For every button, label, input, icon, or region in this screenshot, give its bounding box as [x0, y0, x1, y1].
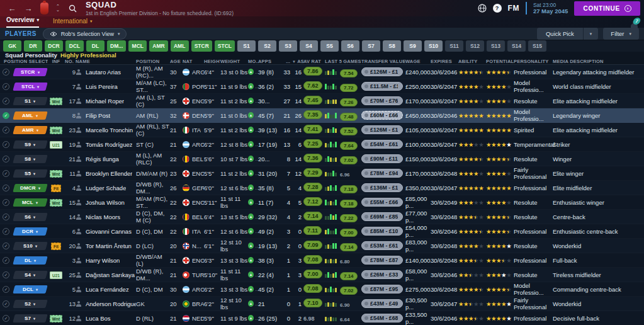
col-personality[interactable]: PERSONALITY — [514, 59, 553, 64]
sub-slot-button-s10[interactable]: S10 — [424, 40, 443, 52]
col-potential[interactable]: POTENTIAL — [486, 59, 514, 64]
view-selector[interactable]: Rob's Selection View ▾ — [43, 28, 127, 40]
col-wage[interactable]: WAGE — [405, 59, 431, 64]
position-selected-badge[interactable]: AML▾ — [13, 111, 47, 120]
player-row-niclas-moors[interactable]: ✓S6▾14Niclas MoorsD (C), DM, M (C)22BEL6… — [0, 210, 644, 224]
col-apps[interactable]: APPS — [258, 59, 282, 64]
col-height[interactable]: HEIGHT — [204, 59, 220, 64]
select-check-icon[interactable]: ✓ — [3, 271, 9, 278]
player-name[interactable]: Tor Martin Åretun — [86, 242, 136, 249]
player-name[interactable]: Luca Bos — [86, 315, 136, 322]
help-icon[interactable]: ? — [493, 4, 502, 13]
sub-slot-button-s3[interactable]: S3 — [279, 40, 297, 52]
position-selected-badge[interactable]: DCL▾ — [13, 285, 47, 294]
position-button-stcr[interactable]: STCR — [191, 40, 212, 52]
player-name[interactable]: Niclas Moors — [86, 214, 136, 220]
player-row-anderson-rodrigues[interactable]: ✓S2▾13Anderson RodriguesGK20BRA6'2"12 st… — [0, 297, 644, 311]
col-expires[interactable]: EXPIRES — [431, 59, 458, 64]
player-row-luca-bos[interactable]: ✓S7▾Wnt12Luca BosD (RL)21NED5'9"11 st 9 … — [0, 311, 644, 325]
player-name[interactable]: Marcello Tronchin — [86, 127, 136, 134]
sub-slot-button-s1[interactable]: S1 — [237, 40, 256, 52]
player-name[interactable]: Tomás Rodríguez — [86, 141, 136, 148]
sub-slot-extra-button-s13[interactable]: S13 — [487, 40, 505, 52]
tab-overview[interactable]: Overview▾ — [6, 16, 39, 28]
sub-slot-button-s6[interactable]: S6 — [341, 40, 359, 52]
position-selected-badge[interactable]: S4▾ — [13, 271, 47, 279]
col-av-rat[interactable]: AV RAT — [303, 59, 325, 64]
player-name[interactable]: Filip Post — [86, 112, 136, 119]
position-button-mcl[interactable]: MCL — [128, 40, 147, 52]
select-check-icon[interactable]: ✓ — [3, 214, 9, 220]
position-button-stcl[interactable]: STCL — [215, 40, 235, 52]
position-button-dm[interactable]: DM... — [107, 40, 126, 52]
position-selected-badge[interactable]: S2▾ — [13, 300, 47, 308]
position-button-dl[interactable]: DL — [86, 40, 105, 52]
col-position[interactable]: POSITION — [136, 59, 170, 64]
select-check-icon[interactable]: ✓ — [3, 112, 9, 119]
col-transfer-value[interactable]: TRANSFER VALUE — [361, 59, 405, 64]
col-name[interactable]: NAME — [76, 59, 136, 64]
sub-slot-button-s5[interactable]: S5 — [320, 40, 339, 52]
col-media-description[interactable]: MEDIA DESCRIPTION — [553, 59, 644, 64]
player-row-ludger-schade[interactable]: ✓DMCR▾Fit4Ludger SchadeD/WB (R), DM...26… — [0, 181, 644, 195]
position-selected-badge[interactable]: S6▾ — [13, 213, 47, 221]
player-name[interactable]: Dağıstan Sarıkaya — [86, 271, 136, 278]
player-row-giovanni-cannas[interactable]: ✓DCR▾6Giovanni CannasD (C), DM22ITA6'1"1… — [0, 224, 644, 239]
position-selected-badge[interactable]: S8▾ — [13, 155, 47, 163]
select-check-icon[interactable]: ✓ — [3, 185, 9, 191]
player-name[interactable]: Luis Pereira — [86, 83, 136, 90]
col-weight[interactable]: WEIGHT — [220, 59, 248, 64]
player-row-harry-wilson[interactable]: ✓DL▾3Harry WilsonD/WB/AM (L)21ENG6'3"13 … — [0, 253, 644, 268]
player-row-tom-s-rodr-guez[interactable]: ✓S9▾U2119Tomás RodríguezST (C)21ARG6'2"1… — [0, 137, 644, 152]
position-button-dcl[interactable]: DCL — [65, 40, 84, 52]
select-check-icon[interactable]: ✓ — [3, 300, 9, 307]
position-selected-badge[interactable]: S5▾ — [13, 169, 47, 178]
col-nat[interactable]: NAT — [183, 59, 204, 64]
player-row-tor-martin-retun[interactable]: ✓S10▾Fit20Tor Martin ÅretunD (LC)20N...6… — [0, 239, 644, 253]
col-ast[interactable]: ▼ AST — [292, 59, 303, 64]
position-selected-badge[interactable]: DCR▾ — [13, 227, 47, 236]
col-position-selected[interactable]: POSITION SELECTED — [0, 59, 48, 64]
continue-button[interactable]: CONTINUE› — [574, 1, 640, 16]
sub-slot-extra-button-s11[interactable]: S11 — [445, 40, 463, 52]
select-check-icon[interactable]: ✓ — [3, 242, 9, 249]
select-check-icon[interactable]: ✓ — [3, 141, 9, 148]
position-button-gk[interactable]: GK — [3, 40, 21, 52]
back-icon[interactable]: ← — [4, 4, 20, 13]
player-name[interactable]: Michael Roper — [86, 98, 136, 105]
position-selected-badge[interactable]: DMCR▾ — [13, 184, 47, 192]
quick-pick-dropdown[interactable]: ▾ — [583, 28, 599, 40]
player-name[interactable]: Giovanni Cannas — [86, 228, 136, 235]
position-selected-badge[interactable]: S7▾ — [13, 314, 47, 322]
player-row-brooklyn-ellender[interactable]: ✓S5▾Wnt11Brooklyn EllenderD/M/AM (R)23EN… — [0, 166, 644, 181]
select-check-icon[interactable]: ✓ — [3, 315, 9, 322]
globe-icon[interactable] — [478, 4, 487, 13]
player-name[interactable]: Luca Fernández — [86, 286, 136, 293]
select-check-icon[interactable]: ✓ — [3, 228, 9, 235]
sub-slot-extra-button-s14[interactable]: S14 — [507, 40, 526, 52]
player-name[interactable]: Régis Ilunga — [86, 156, 136, 162]
forward-icon[interactable]: → — [20, 4, 37, 13]
sub-slot-button-s2[interactable]: S2 — [258, 40, 276, 52]
player-name[interactable]: Lautaro Arias — [86, 69, 136, 76]
select-check-icon[interactable]: ✓ — [3, 257, 9, 264]
player-name[interactable]: Joshua Wilson — [86, 199, 136, 206]
position-selected-badge[interactable]: S1▾ — [13, 97, 47, 105]
player-row-filip-post[interactable]: ✓AML▾8Filip PostAM (RL)32DEN5'9"11 st 0 … — [0, 108, 644, 123]
club-switcher-icon[interactable]: ⌃⌄ — [56, 4, 60, 12]
player-row-luis-pereira[interactable]: ✓STCL▾7Luis PereiraM/AM (LC), ST...37POR… — [0, 79, 644, 94]
select-check-icon[interactable]: ✓ — [3, 199, 9, 206]
select-check-icon[interactable]: ✓ — [3, 98, 9, 105]
player-row-joshua-wilson[interactable]: ✓MCL▾Wnt15Joshua WilsonM/AM (RC), ST...2… — [0, 195, 644, 210]
select-check-icon[interactable]: ✓ — [3, 83, 9, 90]
tab-international[interactable]: International▾ — [53, 18, 93, 28]
select-check-icon[interactable]: ✓ — [3, 127, 9, 134]
select-check-icon[interactable]: ✓ — [3, 286, 9, 293]
col-goals[interactable]: ... — [282, 59, 292, 64]
position-selected-badge[interactable]: MCL▾ — [13, 198, 47, 207]
col-age[interactable]: AGE — [170, 59, 183, 64]
position-button-dr[interactable]: DR — [24, 40, 42, 52]
select-check-icon[interactable]: ✓ — [3, 69, 9, 76]
position-selected-badge[interactable]: STCR▾ — [13, 68, 47, 76]
position-button-dcr[interactable]: DCR — [45, 40, 63, 52]
